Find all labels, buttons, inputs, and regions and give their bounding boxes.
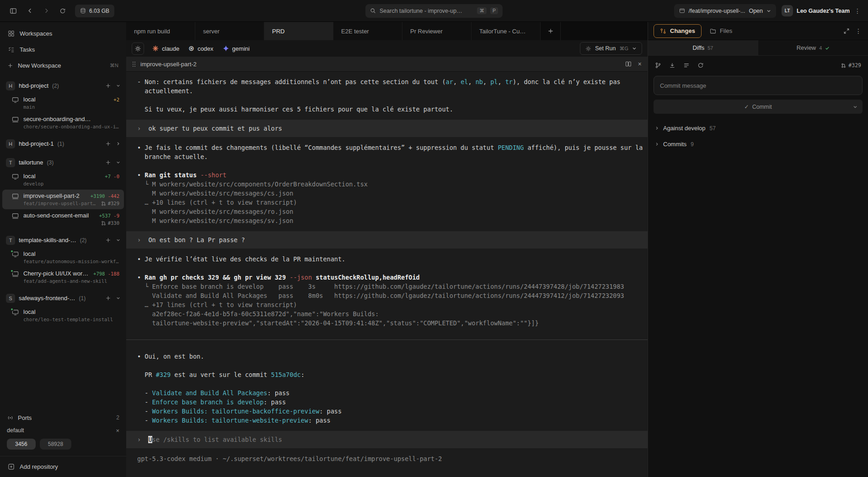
- subtab-review[interactable]: Review4: [758, 40, 868, 55]
- terminal-line: • Je fais le commit des changements (lib…: [126, 143, 648, 152]
- repo-group-header[interactable]: Ssafeways-frontend-…(1): [0, 291, 126, 306]
- diff-stats: +7 -0: [105, 174, 119, 179]
- close-icon[interactable]: ×: [638, 60, 642, 68]
- branch-name: feat/improve-upsell-part…: [23, 201, 97, 206]
- repo-count: (2): [52, 83, 59, 89]
- port-row-default[interactable]: default ×: [7, 424, 119, 436]
- workspace-item[interactable]: auto-send-consent-email+537 -9#330: [2, 209, 124, 229]
- agent-codex[interactable]: ⊛codex: [188, 45, 213, 52]
- sidebar: WorkspacesTasks New Workspace ⌘N Hhbd-pr…: [0, 22, 126, 477]
- worktree-icon: [12, 116, 19, 123]
- repo-group: Ttemplate-skills-and-…(2)localfeature/au…: [0, 233, 126, 287]
- repo-avatar: T: [6, 158, 15, 167]
- chevron-down-icon[interactable]: [766, 9, 771, 13]
- app-window: 6.03 GB Search tailortune - improve-up… …: [0, 0, 868, 477]
- repo-group-header[interactable]: Ttemplate-skills-and-…(2): [0, 233, 126, 248]
- section-commits[interactable]: Commits9: [648, 136, 868, 152]
- chevron-down-icon[interactable]: [853, 105, 857, 109]
- new-workspace-button[interactable]: New Workspace ⌘N: [0, 58, 126, 74]
- set-run-button[interactable]: Set Run ⌘G: [580, 42, 642, 55]
- terminal-input-line[interactable]: › Use /skills to list available skills: [126, 431, 648, 448]
- repo-group-header[interactable]: Ttailortune(3): [0, 155, 126, 170]
- kebab-icon[interactable]: ⋮: [853, 7, 862, 15]
- diff-stats: +798 -188: [93, 271, 119, 276]
- add-workspace-icon[interactable]: [106, 296, 111, 301]
- log-icon[interactable]: [683, 62, 690, 69]
- add-workspace-icon[interactable]: [106, 141, 111, 146]
- pr-badge[interactable]: #329: [841, 62, 861, 69]
- tab-tailortune-cu-[interactable]: TailorTune - Cu…: [472, 22, 541, 40]
- sidebar-item-tasks[interactable]: Tasks: [0, 42, 126, 58]
- chevron-right-icon[interactable]: [116, 142, 120, 146]
- split-icon[interactable]: [625, 61, 632, 67]
- search-input[interactable]: Search tailortune - improve-up… ⌘ P: [365, 4, 503, 18]
- ports-header[interactable]: Ports 2: [7, 411, 119, 424]
- agent-claude[interactable]: claude: [152, 45, 179, 52]
- add-repo-label: Add repository: [20, 463, 58, 470]
- add-repository-button[interactable]: Add repository: [0, 456, 126, 477]
- tab-server[interactable]: server: [195, 22, 264, 40]
- close-icon[interactable]: ×: [116, 427, 119, 434]
- workspace-item[interactable]: local+7 -0develop: [2, 170, 124, 190]
- subtab-label: Diffs: [692, 44, 704, 51]
- git-branch-icon[interactable]: [655, 62, 661, 69]
- forward-icon[interactable]: [39, 4, 53, 18]
- refresh-icon[interactable]: [56, 4, 70, 18]
- sidebar-item-workspaces[interactable]: Workspaces: [0, 26, 126, 42]
- memory-value: 6.03 GB: [89, 8, 109, 14]
- terminal-line: … +17 lines (ctrl + t to view transcript…: [126, 300, 648, 309]
- commit-button[interactable]: ✓ Commit: [654, 100, 863, 114]
- chevron-down-icon[interactable]: [116, 296, 120, 300]
- diff-toolbar: #329: [648, 56, 868, 75]
- terminal-line: - Enforce base branch is develop: pass: [126, 398, 648, 407]
- terminal-line: PR #329 est au vert sur le commit 515a70…: [126, 370, 648, 379]
- kebab-icon[interactable]: ⋮: [854, 27, 863, 35]
- workspace-item[interactable]: local+2main: [2, 93, 124, 113]
- tab-prd[interactable]: PRD: [264, 22, 333, 40]
- download-icon[interactable]: [669, 62, 675, 69]
- commit-message-input[interactable]: Commit message: [654, 76, 863, 95]
- port-chip[interactable]: 3456: [7, 439, 36, 450]
- repo-count: (2): [80, 237, 87, 244]
- port-chip[interactable]: 58928: [40, 439, 71, 450]
- drag-handle-icon[interactable]: [132, 61, 136, 67]
- diff-sections: Against develop57Commits9: [648, 120, 868, 152]
- plus-icon: [8, 63, 13, 68]
- chevron-down-icon[interactable]: [116, 160, 120, 164]
- workspace-item[interactable]: Cherry-pick UI/UX work…+798 -188feat/add…: [2, 267, 124, 287]
- repo-group-header[interactable]: Hhbd-project(2): [0, 78, 126, 93]
- tab-pr-reviewer[interactable]: Pr Reviewer: [402, 22, 472, 40]
- workspace-item[interactable]: localfeature/autonomous-mission-workfl…: [2, 248, 124, 267]
- add-workspace-icon[interactable]: [106, 160, 111, 165]
- expand-icon[interactable]: [843, 28, 850, 34]
- tab-e2e-tester[interactable]: E2E tester: [333, 22, 402, 40]
- worktree-icon: [12, 193, 19, 200]
- sidebar-toggle-icon[interactable]: [6, 4, 20, 18]
- new-tab-button[interactable]: [541, 22, 561, 40]
- add-workspace-icon[interactable]: [106, 238, 111, 243]
- agent-gemini[interactable]: gemini: [223, 45, 250, 52]
- section-against-develop[interactable]: Against develop57: [648, 120, 868, 136]
- team-name: Leo Gaudez's Team: [797, 8, 850, 14]
- agent-settings-button[interactable]: [132, 42, 144, 55]
- chevron-down-icon[interactable]: [116, 238, 120, 242]
- add-workspace-icon[interactable]: [106, 83, 111, 88]
- tab-files[interactable]: Files: [707, 27, 735, 34]
- sidebar-item-label: Workspaces: [20, 30, 52, 37]
- tab-changes[interactable]: Changes: [654, 24, 702, 38]
- back-icon[interactable]: [23, 4, 37, 18]
- refresh-icon[interactable]: [697, 62, 704, 69]
- repo-group-header[interactable]: Hhbd-project-1(1): [0, 136, 126, 151]
- workspace-item[interactable]: secure-onboarding-and…chore/secure-onboa…: [2, 113, 124, 132]
- open-button[interactable]: Open: [749, 8, 763, 14]
- chevron-down-icon[interactable]: [116, 84, 120, 88]
- workspace-switcher[interactable]: /feat/improve-upsell-... Open: [674, 4, 776, 18]
- terminal-output[interactable]: - Non: certains fichiers de messages add…: [126, 72, 648, 477]
- subtab-diffs[interactable]: Diffs57: [648, 40, 758, 55]
- memory-usage-badge[interactable]: 6.03 GB: [75, 5, 114, 17]
- workspace-item[interactable]: localchore/leo-test-template-install: [2, 306, 124, 325]
- tab-npm-run-build[interactable]: npm run build: [126, 22, 195, 40]
- workspace-item[interactable]: improve-upsell-part-2+3190 -442feat/impr…: [2, 190, 124, 209]
- terminal-line: tailortune-website-preview","startedAt":…: [126, 318, 648, 328]
- team-menu[interactable]: LT Leo Gaudez's Team ⋮: [782, 5, 862, 16]
